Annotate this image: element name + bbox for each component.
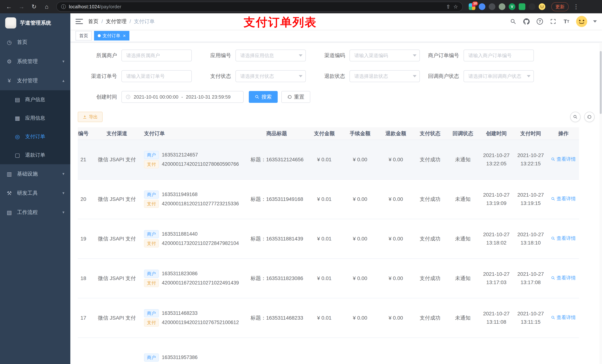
- breadcrumb-separator: /: [129, 19, 131, 24]
- filter-label: 创建时间: [78, 94, 121, 100]
- reset-button[interactable]: 重置: [281, 91, 310, 103]
- cell-pay-order: 商户1635311823086 支付4200001167202110271022…: [140, 259, 247, 298]
- back-icon[interactable]: ←: [4, 1, 14, 12]
- sidebar-item-infrastructure[interactable]: ▥ 基础设施 ▾: [0, 164, 70, 184]
- extension-icon-green-square[interactable]: [519, 3, 525, 10]
- channel-code-select[interactable]: [350, 50, 420, 62]
- home-icon[interactable]: ⌂: [42, 1, 52, 12]
- pay-tag: 支付: [144, 239, 159, 248]
- infrastructure-icon: ▥: [6, 171, 13, 177]
- user-menu-caret-icon[interactable]: [593, 20, 597, 22]
- extension-icon-green-check[interactable]: V: [509, 3, 515, 10]
- search-button[interactable]: 搜索: [249, 91, 278, 103]
- cell-pay-order: 商户1635311957386: [140, 338, 247, 364]
- extension-icon-multicolor[interactable]: 10: [469, 3, 475, 10]
- sidebar-item-home[interactable]: ◷ 首页: [0, 32, 70, 52]
- tab-home[interactable]: 首页: [75, 31, 92, 41]
- tab-pay-order[interactable]: 支付订单×: [94, 31, 129, 41]
- hide-search-button[interactable]: [570, 112, 580, 122]
- yen-icon: ¥: [6, 77, 13, 84]
- notify-status-select[interactable]: [463, 70, 534, 82]
- cell-title: 标题：1635311468233: [247, 298, 306, 338]
- filter-label: 支付状态: [192, 73, 236, 80]
- sidebar-item-payment[interactable]: ¥ 支付管理 ▴: [0, 71, 70, 90]
- app-id-select[interactable]: [236, 50, 306, 62]
- tab-close-icon[interactable]: ×: [123, 33, 126, 38]
- sidebar-item-label: 退款订单: [25, 152, 45, 158]
- url-text[interactable]: localhost:1024/pay/order: [69, 4, 443, 10]
- cell-paid: 2021-10-27 13:11:15: [514, 298, 548, 338]
- view-detail-link[interactable]: 查看详情: [551, 195, 576, 203]
- export-button[interactable]: 导出: [78, 112, 103, 122]
- bookmark-star-icon[interactable]: ☆: [453, 4, 458, 10]
- cell-actions: 查看详情: [548, 179, 579, 219]
- cell-channel: 微信 JSAPI 支付: [94, 179, 140, 219]
- filter-label: 商户订单编号: [420, 52, 463, 59]
- refund-status-select[interactable]: [350, 70, 420, 82]
- devtools-icon: ⚒: [6, 190, 13, 197]
- extensions-puzzle-icon[interactable]: [529, 3, 535, 10]
- sidebar-item-merchant-info[interactable]: ▤ 商户信息: [0, 90, 70, 109]
- merchant-tag: 商户: [144, 354, 159, 362]
- reload-icon[interactable]: ↻: [29, 1, 39, 12]
- table-toolbar: 导出: [78, 112, 595, 122]
- view-detail-label: 查看详情: [557, 314, 576, 322]
- breadcrumb-payment[interactable]: 支付管理: [106, 18, 127, 25]
- cell-notify: 未通知: [447, 298, 479, 338]
- view-detail-link[interactable]: 查看详情: [551, 155, 576, 163]
- dashboard-icon: ◷: [6, 39, 13, 45]
- forward-icon[interactable]: →: [16, 1, 27, 12]
- merchant-order-no: 1635311949168: [162, 190, 197, 198]
- sidebar-item-refund-order[interactable]: ▢ 退款订单: [0, 146, 70, 164]
- view-detail-link[interactable]: 查看详情: [551, 314, 576, 322]
- table-header-row: 编号 支付渠道 支付订单 商品标题 支付金额 手续金额 退款金额 支付状态 回调…: [78, 127, 579, 140]
- extension-icon-blue[interactable]: [479, 3, 485, 10]
- view-detail-link[interactable]: 查看详情: [551, 274, 576, 282]
- date-end: 2021-10-31 23:59:59: [186, 94, 230, 100]
- share-icon[interactable]: ⇧: [446, 4, 450, 10]
- table-row-partial: 商户1635311957386: [78, 338, 579, 364]
- user-avatar[interactable]: [576, 16, 587, 27]
- app-logo[interactable]: 芋道管理系统: [0, 13, 70, 32]
- view-detail-link[interactable]: 查看详情: [551, 235, 576, 242]
- scrollbar-thumb[interactable]: [600, 51, 602, 114]
- search-filter-form: 所属商户 应用编号 渠道编码 商户订单编号 渠道订单号 支付状态 退款状态 回: [78, 50, 595, 112]
- page-scrollbar[interactable]: [599, 42, 602, 364]
- cell-status: 支付成功: [414, 219, 447, 259]
- refresh-button[interactable]: [584, 112, 595, 122]
- address-bar[interactable]: ⓘ localhost:1024/pay/order ⇧ ☆: [56, 2, 463, 12]
- sidebar-item-workflow[interactable]: ▧ 工作流程 ▾: [0, 203, 70, 222]
- cell-fee: ¥ 0.00: [342, 219, 378, 259]
- font-size-icon[interactable]: TT: [563, 18, 570, 25]
- github-icon[interactable]: [523, 18, 530, 25]
- merchant-input[interactable]: [121, 50, 192, 62]
- sidebar-fold-icon[interactable]: [75, 19, 83, 24]
- sidebar-item-app-info[interactable]: ▦ 应用信息: [0, 109, 70, 127]
- search-icon[interactable]: [509, 18, 517, 25]
- extension-icon-sage[interactable]: [499, 3, 505, 10]
- table-row: 21 微信 JSAPI 支付 商户1635312124657 支付4200001…: [78, 140, 579, 179]
- sidebar-item-pay-order[interactable]: ◎ 支付订单: [0, 127, 70, 146]
- cell-notify: 未通知: [447, 140, 479, 179]
- fullscreen-icon[interactable]: [549, 18, 557, 25]
- profile-avatar-emoji[interactable]: [539, 3, 545, 10]
- pay-tag: 支付: [144, 200, 159, 208]
- cell-amount: ¥ 0.01: [306, 140, 342, 179]
- extension-icon-dark[interactable]: [489, 3, 495, 10]
- browser-menu-icon[interactable]: ⋮: [571, 1, 581, 12]
- pay-status-select[interactable]: [236, 70, 306, 82]
- merchant-order-no-input[interactable]: [463, 50, 534, 62]
- browser-update-button[interactable]: 更新: [551, 2, 569, 11]
- date-range-picker[interactable]: 2021-10-01 00:00:00 - 2021-10-31 23:59:5…: [121, 91, 244, 103]
- sidebar-item-devtools[interactable]: ⚒ 研发工具 ▾: [0, 184, 70, 203]
- sidebar-item-label: 系统管理: [17, 58, 38, 65]
- channel-order-no-input[interactable]: [121, 70, 192, 82]
- pay-tag: 支付: [144, 279, 159, 287]
- cell-notify: [447, 338, 479, 364]
- help-icon[interactable]: ?: [536, 18, 544, 25]
- logo-avatar: [5, 17, 16, 29]
- breadcrumb-home[interactable]: 首页: [88, 18, 98, 25]
- info-icon[interactable]: ⓘ: [61, 3, 66, 10]
- chevron-down-icon: ▾: [62, 210, 64, 215]
- sidebar-item-system[interactable]: ⚙ 系统管理 ▾: [0, 52, 70, 71]
